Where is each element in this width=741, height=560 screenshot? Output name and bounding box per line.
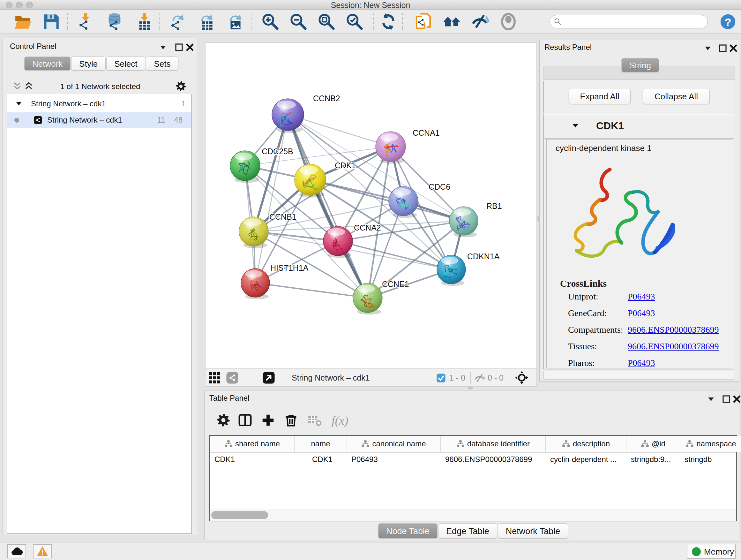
zoom-out-icon[interactable] [289,12,308,31]
table-cell[interactable]: stringdb:9... [626,452,679,466]
node-ccnb2[interactable]: CCNB2 [272,94,340,133]
column-header--id[interactable]: @id [626,436,680,452]
crosshair-icon[interactable] [515,370,529,385]
tab-sets[interactable]: Sets [146,57,179,71]
delete-column-trash-icon[interactable] [284,413,298,428]
table-cell[interactable]: cyclin-dependent ... [546,452,625,466]
import-table-icon[interactable] [135,12,153,31]
show-home-icon[interactable] [443,12,461,31]
node-hist1h1a[interactable]: HIST1H1A [241,263,309,299]
hide-panel-icon[interactable] [471,12,489,31]
crosslink-link[interactable]: 9606.ENSP00000378699 [628,325,719,335]
table-panel-close-icon[interactable] [732,394,741,404]
table-cell[interactable]: CDK1 [294,452,346,466]
scrollbar-thumb[interactable] [211,511,268,519]
column-header-database-identifier[interactable]: database identifier [441,436,546,452]
export-network-icon[interactable] [169,12,187,31]
grid-view-icon[interactable] [208,371,221,384]
table-cell[interactable]: stringdb [680,452,741,466]
node-cdkn1a[interactable]: CDKN1A [437,252,500,286]
column-header-canonical-name[interactable]: canonical name [347,436,441,452]
tab-network[interactable]: Network [24,57,71,71]
save-session-icon[interactable] [42,12,61,31]
node-ccna2[interactable]: CCNA2 [323,223,381,258]
cloud-button[interactable] [7,544,26,558]
table-settings-gear-icon[interactable] [216,413,231,428]
crosslink-link[interactable]: P06493 [628,358,655,368]
tab-edge-table[interactable]: Edge Table [438,523,497,539]
network-row-selected[interactable]: String Network – cdk1 11 48 [7,112,191,128]
section-collapse-icon[interactable] [571,122,580,130]
node-cdk1[interactable]: CDK1 [294,161,356,198]
refresh-view-icon[interactable] [379,12,398,31]
column-header-namespace[interactable]: namespace [680,436,741,452]
results-panel-float-icon[interactable] [718,44,728,53]
table-cell[interactable]: CDK1 [210,452,293,466]
node-table: shared namenamecanonical namedatabase id… [209,435,737,521]
results-panel-collapse-icon[interactable] [703,44,713,53]
gene-section-header[interactable]: CDK1 [544,114,734,138]
warning-button[interactable] [33,544,52,558]
import-network-icon[interactable] [76,12,94,31]
tree-expand-icon[interactable] [15,100,23,108]
crosslink-link[interactable]: P06493 [628,292,655,302]
search-box[interactable] [549,15,708,28]
table-cell[interactable]: 9606.ENSP00000378699 [441,452,544,466]
table-horizontal-scrollbar[interactable] [210,509,736,521]
copy-session-icon[interactable] [415,12,433,31]
edge-ccnb2-hist1h1a[interactable] [255,115,288,283]
network-canvas[interactable]: CCNB2CCNA1CDC25BCDK1CDC6RB1CCNB1CCNA2CDK… [206,43,537,369]
edge-ccna1-ccne1[interactable] [367,146,391,298]
show-panel-icon[interactable] [499,12,518,31]
main-toolbar: ? [0,10,741,34]
tab-node-table[interactable]: Node Table [378,523,437,539]
column-header-shared-name[interactable]: shared name [210,436,294,452]
tab-select[interactable]: Select [106,57,145,71]
node-cdc25b[interactable]: CDC25B [230,147,293,183]
control-panel-collapse-icon[interactable] [158,43,168,52]
results-panel-close-icon[interactable] [729,44,738,53]
help-button[interactable]: ? [720,14,736,30]
birds-eye-view-icon[interactable] [262,371,275,384]
tab-style[interactable]: Style [71,57,106,71]
search-input[interactable] [564,17,703,27]
horizontal-splitter-handle[interactable] [468,387,473,389]
memory-status-dot [692,547,701,556]
table-cell[interactable]: P06493 [347,452,440,466]
zoom-fit-icon[interactable] [317,12,336,31]
results-scroll-strip[interactable] [543,371,734,380]
import-network-database-icon[interactable] [105,12,124,31]
divider [510,372,510,384]
expand-all-button[interactable]: Expand All [569,89,630,104]
crosslink-link[interactable]: 9606.ENSP00000378699 [628,341,719,352]
column-header-description[interactable]: description [546,436,626,452]
export-image-icon[interactable] [226,12,245,31]
edge-hist1h1a-ccne1[interactable] [255,283,367,298]
control-panel-close-icon[interactable] [185,43,195,52]
add-column-icon[interactable] [261,413,275,428]
memory-button[interactable]: Memory [687,544,736,559]
table-row[interactable]: CDK1CDK1P064939606.ENSP00000378699cyclin… [210,452,736,466]
open-file-icon[interactable] [14,12,32,31]
share-view-icon[interactable] [226,371,239,384]
tab-network-table[interactable]: Network Table [498,523,568,539]
collapse-all-button[interactable]: Collapse All [643,89,710,104]
zoom-selected-icon[interactable] [345,12,364,31]
table-columns-icon[interactable] [238,413,253,428]
tab-string[interactable]: String [621,58,659,72]
node-ccne1[interactable]: CCNE1 [353,280,409,314]
zoom-in-icon[interactable] [261,12,280,31]
control-panel-float-icon[interactable] [174,43,184,52]
selected-checkbox-icon[interactable] [436,373,446,383]
table-panel-collapse-icon[interactable] [706,394,716,404]
column-header-name[interactable]: name [294,436,347,452]
export-table-icon[interactable] [197,12,216,31]
crosslink-link[interactable]: P06493 [628,308,655,318]
network-options-gear-icon[interactable] [175,80,187,92]
control-panel-tabs: NetworkStyleSelectSets [24,57,179,71]
node-rb1[interactable]: RB1 [449,201,502,237]
network-edge-count: 48 [170,116,183,125]
table-panel-float-icon[interactable] [722,394,731,404]
node-ccna1[interactable]: CCNA1 [376,128,440,164]
network-collection-row[interactable]: String Network – cdk1 1 [7,97,191,111]
